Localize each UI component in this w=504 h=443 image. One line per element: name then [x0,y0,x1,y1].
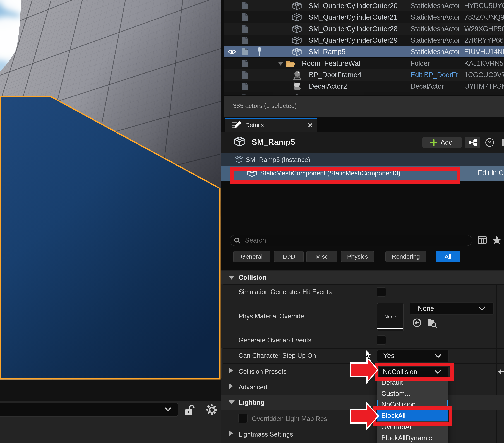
svg-text:?: ? [488,139,491,145]
